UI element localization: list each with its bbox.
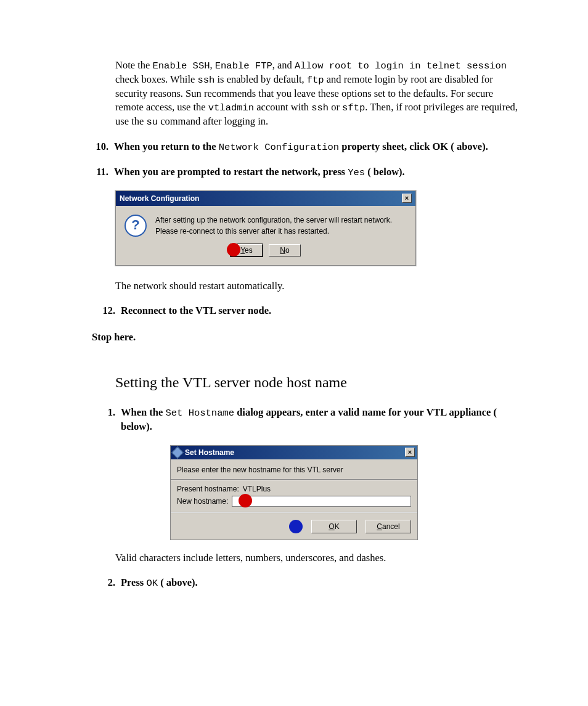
app-icon (171, 446, 184, 459)
intro-paragraph: Note the Enable SSH, Enable FTP, and All… (115, 59, 522, 129)
new-hostname-label: New hostname: (177, 497, 228, 506)
callout-red-dot (239, 494, 252, 507)
text: When you are prompted to restart the net… (114, 166, 348, 178)
text-after-dialog2: Valid characters include letters, number… (115, 551, 522, 565)
step-10: 10.When you return to the Network Config… (88, 140, 522, 154)
text: check boxes. While (115, 73, 197, 85)
new-hostname-row: New hostname: (177, 496, 411, 507)
code-ssh2: ssh (311, 102, 329, 113)
text: , (210, 59, 215, 71)
text: Press (121, 577, 146, 588)
text: Note the (115, 59, 152, 71)
text: or (329, 101, 342, 113)
present-hostname-row: Present hostname: VTLPlus (177, 485, 411, 493)
sec2-step-1: 1.When the Set Hostname dialog appears, … (94, 406, 522, 433)
dialog-body: Please enter the new hostname for this V… (171, 459, 417, 540)
code-ok: OK (146, 578, 158, 589)
text: When the (121, 406, 165, 418)
cancel-button[interactable]: Cancel (365, 520, 411, 533)
no-button[interactable]: No (269, 244, 301, 257)
dialog-message-line1: After setting up the network configurati… (155, 215, 392, 226)
page: Note the Enable SSH, Enable FTP, and All… (0, 0, 588, 706)
text: account with (254, 101, 311, 113)
present-hostname-value: VTLPlus (243, 485, 271, 493)
step-number: 10. (88, 140, 108, 154)
close-button[interactable]: × (402, 194, 412, 203)
callout-blue-dot (289, 520, 303, 533)
dialog-message: After setting up the network configurati… (155, 215, 392, 237)
dialog-button-row: Yes No (125, 244, 407, 257)
ok-rest: K (335, 522, 340, 531)
dialog-titlebar: Set Hostname × (171, 446, 417, 459)
dialog-button-row: OK Cancel (177, 520, 411, 533)
dialog-titlebar: Network Configuration × (116, 191, 415, 206)
dialog-message-line2: Please re-connect to this server after i… (155, 226, 392, 237)
code-set-hostname: Set Hostname (165, 408, 234, 419)
close-button[interactable]: × (405, 448, 415, 457)
code-allow-root: Allow root to login in telnet session (295, 60, 507, 72)
dialog-title: Set Hostname (185, 448, 234, 457)
code-su: su (146, 117, 158, 128)
dialog-title: Network Configuration (120, 194, 199, 203)
text: ( above). (158, 577, 198, 588)
step-number: 2. (94, 576, 115, 589)
text: ( below). (365, 166, 405, 178)
code-enable-ssh: Enable SSH (152, 60, 210, 72)
text-after-dialog1: The network should restart automatically… (115, 279, 522, 293)
text: command after logging in. (158, 115, 268, 127)
text: is enabled by default, (214, 73, 306, 85)
code-network-configuration: Network Configuration (219, 142, 339, 153)
present-hostname-label: Present hostname: (177, 485, 239, 493)
stop-here: Stop here. (92, 331, 522, 343)
code-sftp: sftp (342, 102, 365, 113)
text: When you return to the (114, 141, 219, 152)
step-number: 1. (94, 406, 115, 419)
set-hostname-dialog: Set Hostname × Please enter the new host… (170, 445, 418, 540)
step-11: 11.When you are prompted to restart the … (88, 165, 522, 179)
sec2-step-2: 2.Press OK ( above). (94, 576, 522, 590)
question-icon (125, 215, 147, 237)
text: Reconnect to the VTL server node. (121, 305, 271, 316)
code-enable-ftp: Enable FTP (215, 60, 272, 72)
text: property sheet, click OK ( above). (339, 141, 488, 152)
new-hostname-input[interactable] (232, 496, 411, 507)
ok-button[interactable]: OK (311, 520, 357, 533)
code-ftp: ftp (307, 75, 324, 86)
step-12: 12.Reconnect to the VTL server node. (94, 304, 522, 318)
code-yes: Yes (348, 167, 365, 178)
callout-red-dot (227, 243, 240, 257)
separator (171, 512, 417, 512)
network-configuration-dialog: Network Configuration × After setting up… (115, 191, 416, 266)
text: , and (272, 59, 295, 71)
step-number: 12. (94, 304, 115, 318)
code-vtladmin: vtladmin (208, 102, 254, 113)
step-number: 11. (88, 165, 108, 179)
dialog-body: After setting up the network configurati… (116, 206, 415, 265)
section-title-setting-hostname: Setting the VTL server node host name (115, 374, 522, 391)
dialog-instruction: Please enter the new hostname for this V… (177, 464, 411, 479)
code-ssh: ssh (197, 75, 214, 86)
separator (171, 479, 417, 480)
